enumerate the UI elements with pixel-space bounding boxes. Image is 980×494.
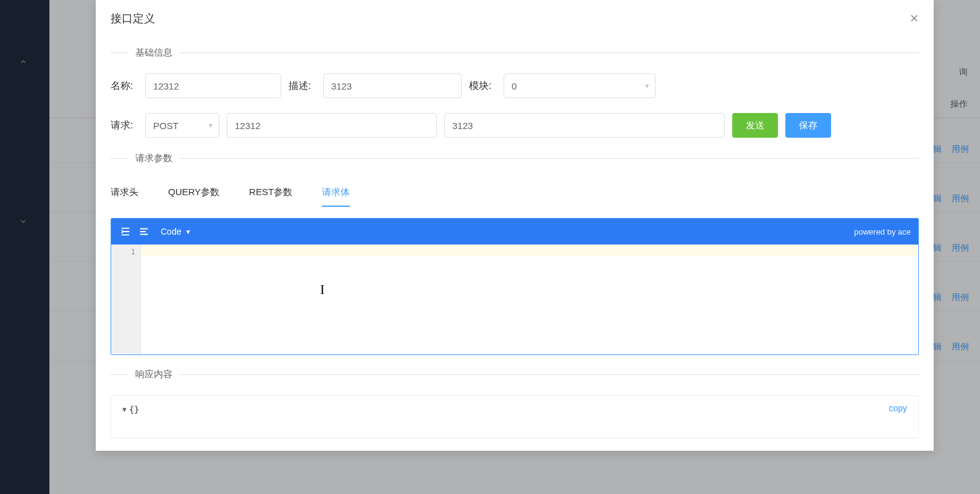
section-title-params: 请求参数 (135, 153, 172, 164)
select-module[interactable]: 0 ▾ (504, 73, 656, 98)
text-cursor-icon: I (320, 282, 324, 298)
select-method[interactable]: POST ▾ (145, 113, 219, 138)
section-basic-info: 基础信息 名称: 描述: 模块: 0 ▾ 请求: (111, 47, 919, 138)
input-name-field[interactable] (153, 81, 273, 91)
section-response: 响应内容 (111, 369, 919, 380)
caret-down-icon: ▼ (185, 228, 191, 235)
caret-down-icon[interactable]: ▼ (122, 406, 127, 414)
input-desc[interactable] (323, 73, 462, 98)
modal-title: 接口定义 (111, 11, 155, 26)
code-mode-label: Code (161, 227, 181, 237)
close-icon[interactable]: ✕ (910, 12, 919, 25)
code-mode-select[interactable]: Code ▼ (161, 227, 191, 237)
input-host[interactable] (444, 113, 725, 138)
tab-body[interactable]: 请求体 (322, 179, 350, 207)
divider-basic: 基础信息 (111, 47, 919, 59)
params-tabs: 请求头 QUERY参数 REST参数 请求体 (111, 179, 919, 207)
tab-query[interactable]: QUERY参数 (168, 179, 219, 207)
input-name[interactable] (145, 73, 281, 98)
send-button[interactable]: 发送 (732, 113, 778, 138)
section-title-response: 响应内容 (135, 369, 172, 380)
section-title-basic: 基础信息 (135, 47, 172, 59)
powered-by-link[interactable]: powered by ace (854, 227, 911, 237)
chevron-down-icon: ▾ (209, 121, 213, 130)
input-desc-field[interactable] (331, 81, 454, 91)
row-basic: 名称: 描述: 模块: 0 ▾ (111, 73, 919, 98)
json-root[interactable]: ▼ {} (122, 404, 907, 414)
label-desc: 描述: (289, 80, 316, 93)
align-left-icon[interactable] (137, 225, 151, 238)
editor-gutter: 1 (111, 245, 141, 354)
tab-rest[interactable]: REST参数 (249, 179, 292, 207)
editor-textarea[interactable] (141, 245, 918, 354)
divider-params: 请求参数 (111, 153, 919, 164)
label-request: 请求: (111, 119, 138, 132)
modal-header: 接口定义 ✕ (96, 0, 934, 32)
interface-definition-modal: 接口定义 ✕ 基础信息 名称: 描述: 模块: 0 (96, 0, 934, 451)
divider-response: 响应内容 (111, 369, 919, 380)
section-request-params: 请求参数 (111, 153, 919, 164)
row-request: 请求: POST ▾ 发送 保存 (111, 113, 919, 138)
copy-button[interactable]: copy (889, 403, 907, 413)
tab-headers[interactable]: 请求头 (111, 179, 138, 207)
indent-left-icon[interactable] (119, 225, 132, 238)
input-path[interactable] (227, 113, 437, 138)
select-module-value: 0 (512, 81, 517, 91)
select-method-value: POST (153, 120, 179, 131)
input-host-field[interactable] (452, 120, 717, 131)
save-button[interactable]: 保存 (785, 113, 831, 138)
input-path-field[interactable] (235, 120, 429, 131)
label-name: 名称: (111, 80, 138, 93)
response-viewer: copy ▼ {} (111, 395, 919, 438)
line-number: 1 (111, 247, 135, 258)
label-module: 模块: (469, 80, 496, 93)
editor-toolbar: Code ▼ powered by ace (111, 219, 918, 245)
chevron-down-icon: ▾ (645, 82, 649, 90)
json-root-text: {} (129, 404, 140, 414)
code-editor: Code ▼ powered by ace 1 I (111, 218, 919, 355)
editor-body: 1 I (111, 245, 918, 354)
modal-overlay: 接口定义 ✕ 基础信息 名称: 描述: 模块: 0 (0, 0, 980, 494)
editor-area[interactable]: I (141, 245, 918, 354)
